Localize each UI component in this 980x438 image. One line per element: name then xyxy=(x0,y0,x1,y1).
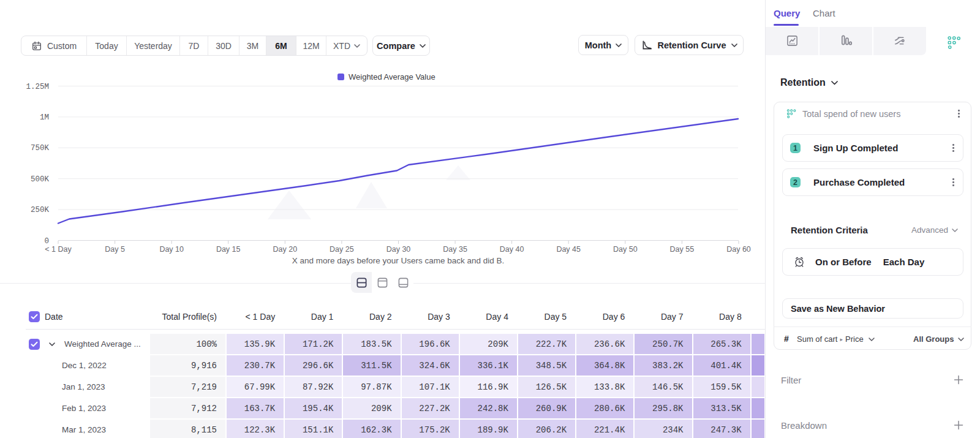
svg-text:Day 50: Day 50 xyxy=(613,245,638,254)
svg-text:0: 0 xyxy=(44,237,49,246)
svg-text:500K: 500K xyxy=(31,175,50,184)
svg-text:Day 20: Day 20 xyxy=(273,245,297,254)
svg-text:1M: 1M xyxy=(40,113,49,122)
svg-text:750K: 750K xyxy=(31,144,50,153)
svg-text:Day 10: Day 10 xyxy=(159,245,184,254)
svg-text:1.25M: 1.25M xyxy=(26,83,49,91)
svg-text:Day 25: Day 25 xyxy=(330,245,354,254)
svg-text:Day 5: Day 5 xyxy=(105,245,125,254)
svg-text:Day 15: Day 15 xyxy=(216,245,241,254)
svg-text:< 1 Day: < 1 Day xyxy=(45,245,72,254)
svg-text:Day 40: Day 40 xyxy=(500,245,524,254)
svg-text:250K: 250K xyxy=(31,206,50,214)
svg-text:Day 45: Day 45 xyxy=(556,245,581,254)
svg-text:Day 35: Day 35 xyxy=(443,245,467,254)
svg-text:Day 30: Day 30 xyxy=(386,245,411,254)
svg-text:Day 60: Day 60 xyxy=(726,245,751,254)
svg-text:Day 55: Day 55 xyxy=(670,245,695,254)
svg-text:X and more days before your Us: X and more days before your Users came b… xyxy=(292,256,505,265)
